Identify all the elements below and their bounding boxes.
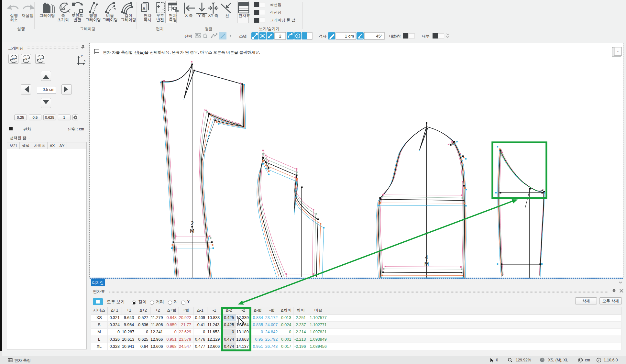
svg-text:X: X [25, 57, 27, 61]
svg-text:-: - [617, 49, 619, 53]
svg-text:M: M [424, 261, 429, 267]
svg-text:Y: Y [39, 57, 42, 61]
svg-text:45°: 45° [376, 34, 382, 39]
svg-text:Y: Y [81, 55, 83, 58]
svg-text:4: 4 [425, 254, 428, 260]
svg-text:Δ: Δ [142, 6, 145, 11]
svg-text:편차 차를 측정할 선(들)을 선택하세요. 완료가 된 경: 편차 차를 측정할 선(들)을 선택하세요. 완료가 된 경우, 마우스 오른쪽… [103, 50, 260, 55]
svg-text:격자: 격자 [319, 34, 326, 39]
svg-text:2: 2 [279, 34, 281, 39]
svg-text:1 cm: 1 cm [345, 34, 354, 39]
svg-text:XY: XY [12, 57, 16, 61]
svg-text:M: M [190, 228, 194, 234]
svg-text:X: X [84, 59, 86, 62]
svg-text:2: 2 [191, 220, 193, 226]
